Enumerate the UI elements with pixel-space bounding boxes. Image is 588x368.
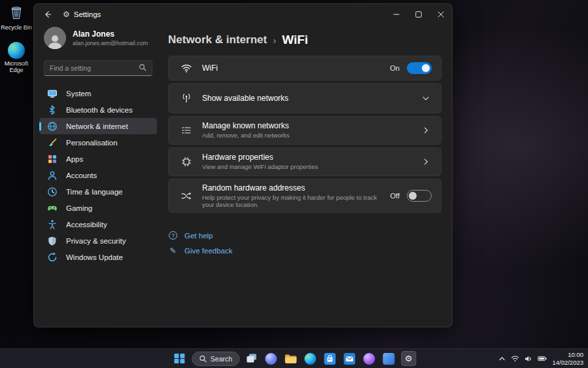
system-icon xyxy=(47,88,58,99)
chevron-right-icon xyxy=(420,156,432,168)
windows-logo-icon xyxy=(175,354,185,364)
user-email: alan.jones.wm@hotmail.com xyxy=(73,40,148,46)
clock-icon xyxy=(47,187,58,197)
taskbar: Search xyxy=(0,348,588,368)
maximize-button[interactable] xyxy=(407,4,430,25)
folder-icon xyxy=(285,353,298,364)
wifi-toggle[interactable] xyxy=(407,62,432,74)
sidebar-item-time-language[interactable]: Time & language xyxy=(39,183,157,200)
show-available-networks-card[interactable]: Show available networks xyxy=(168,83,441,113)
settings-taskbar-button-active[interactable]: ⚙ xyxy=(401,351,416,366)
shield-icon xyxy=(47,236,58,246)
wifi-icon xyxy=(181,62,192,74)
sidebar-item-personalisation[interactable]: Personalisation xyxy=(39,134,157,151)
broadcast-icon xyxy=(181,92,192,104)
settings-cards: WiFi On Show available networks xyxy=(168,56,441,213)
sidebar-item-label: Accounts xyxy=(66,172,97,179)
sidebar-item-label: Apps xyxy=(66,155,83,163)
sidebar-item-windows-update[interactable]: Windows Update xyxy=(39,249,157,265)
user-profile[interactable]: Alan Jones alan.jones.wm@hotmail.com xyxy=(39,26,157,50)
file-explorer-button[interactable] xyxy=(283,351,298,366)
globe-icon xyxy=(47,121,58,132)
card-subtitle: Help protect your privacy by making it h… xyxy=(202,194,385,209)
shuffle-icon xyxy=(181,190,192,202)
help-icon: ? xyxy=(168,231,178,240)
back-button[interactable] xyxy=(39,6,56,23)
sidebar-item-label: Windows Update xyxy=(66,253,123,261)
desktop-icon-recycle-bin[interactable]: Recycle Bin xyxy=(1,3,32,31)
window-title: Settings xyxy=(74,10,101,18)
start-button[interactable] xyxy=(172,351,187,366)
card-title: Show available networks xyxy=(202,94,415,103)
window-controls xyxy=(385,4,452,25)
sidebar-item-gaming[interactable]: Gaming xyxy=(39,200,157,216)
link-label: Get help xyxy=(184,232,213,240)
tray-volume-icon[interactable] xyxy=(525,355,532,363)
manage-known-networks-card[interactable]: Manage known networks Add, remove, and e… xyxy=(168,116,441,145)
game-controller-icon xyxy=(47,203,58,213)
mail-button[interactable] xyxy=(342,351,357,366)
card-title: Hardware properties xyxy=(202,153,415,162)
breadcrumb: Network & internet › WiFi xyxy=(168,31,441,48)
search-input[interactable] xyxy=(50,64,139,72)
tray-network-icon[interactable] xyxy=(511,355,519,362)
sidebar-item-label: Accessibility xyxy=(66,221,107,229)
close-button[interactable] xyxy=(430,4,452,25)
clock[interactable]: 10:00 14/02/2023 xyxy=(552,351,583,366)
feedback-pencil-icon: ✎ xyxy=(168,247,178,255)
give-feedback-link[interactable]: ✎ Give feedback xyxy=(168,244,441,257)
random-hardware-addresses-toggle[interactable] xyxy=(407,190,432,202)
breadcrumb-separator-icon: › xyxy=(273,35,276,46)
minimize-button[interactable] xyxy=(385,4,407,25)
hardware-properties-card[interactable]: Hardware properties View and manage WiFi… xyxy=(168,147,441,176)
sidebar-item-label: Bluetooth & devices xyxy=(66,106,133,114)
taskbar-search[interactable]: Search xyxy=(192,352,239,366)
window-body: Alan Jones alan.jones.wm@hotmail.com xyxy=(34,25,452,327)
random-hardware-addresses-card: Random hardware addresses Help protect y… xyxy=(168,179,441,213)
pinned-app-purple-icon xyxy=(364,353,375,365)
sidebar-item-bluetooth-devices[interactable]: Bluetooth & devices xyxy=(39,101,157,118)
tray-time: 10:00 xyxy=(552,351,583,359)
taskbar-center: Search xyxy=(172,349,416,368)
search-icon xyxy=(199,355,207,363)
desktop-icon-microsoft-edge[interactable]: Microsoft Edge xyxy=(1,42,32,73)
pinned-app-button-2[interactable] xyxy=(381,351,396,366)
sidebar-item-apps[interactable]: Apps xyxy=(39,151,157,167)
edge-button[interactable] xyxy=(303,351,318,366)
sidebar-item-accounts[interactable]: Accounts xyxy=(39,167,157,183)
pinned-app-button[interactable] xyxy=(362,351,377,366)
sidebar-item-label: Gaming xyxy=(66,204,92,212)
tray-chevron-up-icon[interactable] xyxy=(498,356,506,362)
breadcrumb-parent[interactable]: Network & internet xyxy=(168,33,267,46)
chat-icon xyxy=(266,353,277,365)
task-view-icon xyxy=(246,353,257,364)
card-subtitle: Add, remove, and edit networks xyxy=(202,132,411,139)
titlebar: ⚙ Settings xyxy=(34,4,452,25)
sidebar-item-network-internet[interactable]: Network & internet xyxy=(39,118,157,134)
sidebar-item-accessibility[interactable]: Accessibility xyxy=(39,216,157,232)
store-button[interactable] xyxy=(322,351,337,366)
search-icon xyxy=(139,62,147,74)
wifi-toggle-card: WiFi On xyxy=(168,56,441,81)
task-view-button[interactable] xyxy=(244,351,259,366)
settings-gear-icon: ⚙ xyxy=(405,354,413,363)
get-help-link[interactable]: ? Get help xyxy=(168,229,441,242)
page-title: WiFi xyxy=(282,33,308,47)
card-title: WiFi xyxy=(202,64,385,73)
tray-date: 14/02/2023 xyxy=(552,359,583,367)
sidebar-item-label: Network & internet xyxy=(66,122,128,130)
desktop-icon-label: Microsoft Edge xyxy=(1,60,32,73)
toggle-state-label: On xyxy=(390,64,400,72)
taskbar-search-label: Search xyxy=(211,355,232,363)
sidebar-item-system[interactable]: System xyxy=(39,85,157,101)
desktop-icon-label: Recycle Bin xyxy=(1,24,32,31)
sidebar-item-label: Privacy & security xyxy=(66,237,126,245)
chevron-down-icon xyxy=(420,92,432,104)
sidebar-item-privacy-security[interactable]: Privacy & security xyxy=(39,232,157,249)
tray-battery-icon[interactable] xyxy=(538,355,547,362)
store-icon xyxy=(324,353,336,365)
edge-icon xyxy=(8,42,25,59)
chat-button[interactable] xyxy=(264,351,279,366)
toggle-state-label: Off xyxy=(390,192,400,200)
mail-icon xyxy=(344,353,356,365)
